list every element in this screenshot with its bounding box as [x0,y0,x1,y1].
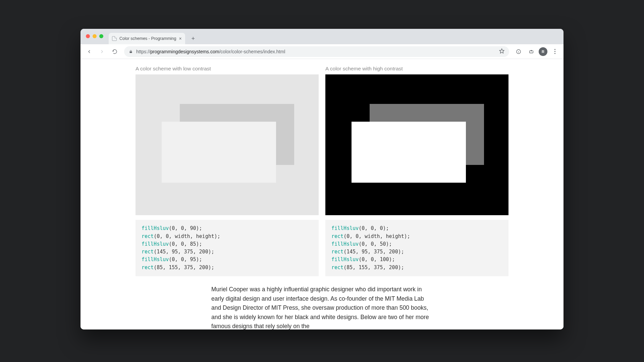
caption-low: A color scheme with low contrast [136,66,319,72]
svg-marker-1 [499,49,504,53]
example-low-contrast: A color scheme with low contrast fillHsl… [136,66,319,276]
reload-button[interactable] [109,46,120,57]
example-high-contrast: A color scheme with high contrast fillHs… [325,66,508,276]
body-paragraph: Muriel Cooper was a highly influential g… [211,285,433,329]
window-zoom-button[interactable] [99,34,103,38]
back-button[interactable] [84,46,95,57]
rect-low-front [162,122,276,183]
browser-tab[interactable]: Color schemes - Programming × [109,33,185,44]
address-bar[interactable]: https://programmingdesignsystems.com/col… [124,46,509,57]
site-info-button[interactable] [513,46,524,57]
profile-avatar[interactable]: R [539,47,547,56]
canvas-low [136,74,319,215]
canvas-high [325,74,508,215]
lock-icon [129,50,133,54]
browser-window: Color schemes - Programming × + https://… [80,29,564,329]
tab-title: Color schemes - Programming [119,36,176,41]
tab-close-button[interactable]: × [179,36,182,41]
url-text: https://programmingdesignsystems.com/col… [136,49,285,54]
code-block-low: fillHsluv(0, 0, 90); rect(0, 0, width, h… [136,220,319,276]
browser-menu-button[interactable] [549,46,560,57]
browser-toolbar: https://programmingdesignsystems.com/col… [80,44,564,59]
svg-rect-0 [130,51,132,53]
code-block-high: fillHsluv(0, 0, 0); rect(0, 0, width, he… [325,220,508,276]
kebab-icon [554,49,555,54]
bookmark-star-icon[interactable] [499,48,504,55]
window-controls [86,34,103,38]
window-minimize-button[interactable] [93,34,97,38]
new-tab-button[interactable]: + [189,34,198,43]
window-close-button[interactable] [86,34,90,38]
page-icon [112,36,117,41]
tab-strip: Color schemes - Programming × + [80,29,564,44]
page-content: A color scheme with low contrast fillHsl… [80,59,564,329]
caption-high: A color scheme with high contrast [325,66,508,72]
extension-button[interactable] [526,46,537,57]
page-viewport[interactable]: A color scheme with low contrast fillHsl… [80,59,564,329]
rect-high-front [352,122,466,183]
example-grid: A color scheme with low contrast fillHsl… [136,66,508,276]
forward-button[interactable] [97,46,107,57]
